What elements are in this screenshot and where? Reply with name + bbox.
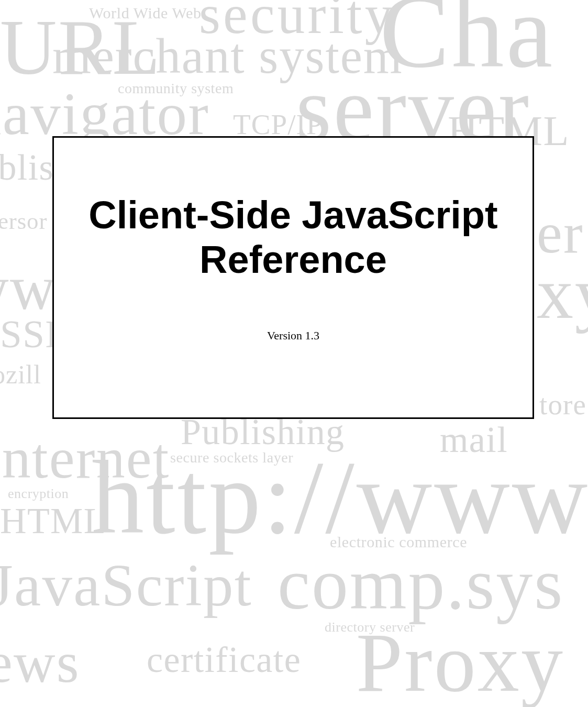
bg-word: navigator: [0, 84, 209, 144]
title-panel: Client-Side JavaScript Reference Version…: [52, 136, 534, 419]
bg-word: encryption: [8, 487, 69, 501]
title-line-2: Reference: [199, 238, 387, 281]
bg-word: tore: [539, 390, 586, 419]
bg-word: ublis: [0, 149, 54, 186]
bg-word: ozill: [0, 361, 41, 388]
bg-word: JavaScript: [0, 555, 252, 615]
bg-word: ews: [0, 634, 80, 691]
title-line-1: Client-Side JavaScript: [88, 193, 497, 237]
document-title: Client-Side JavaScript Reference: [54, 193, 532, 282]
bg-word: certificate: [147, 642, 301, 678]
bg-word: ww: [0, 257, 57, 319]
bg-word: xy: [537, 257, 588, 330]
document-version: Version 1.3: [54, 329, 532, 343]
bg-word: HTML: [0, 503, 107, 539]
bg-word: Persor: [0, 209, 47, 233]
bg-word: comp.sys: [278, 547, 564, 621]
bg-word: Proxy: [356, 621, 564, 704]
bg-word: TCP/IP: [233, 110, 323, 139]
